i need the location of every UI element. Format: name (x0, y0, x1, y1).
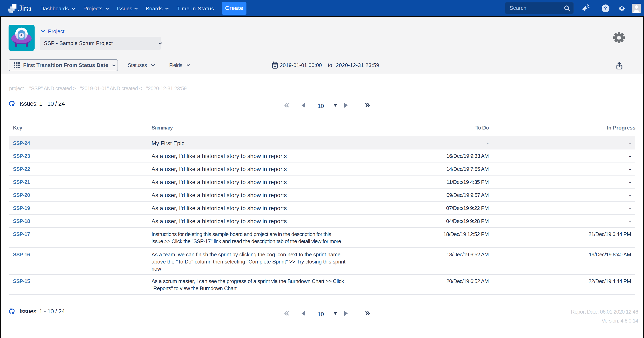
svg-text:?: ? (604, 6, 607, 11)
